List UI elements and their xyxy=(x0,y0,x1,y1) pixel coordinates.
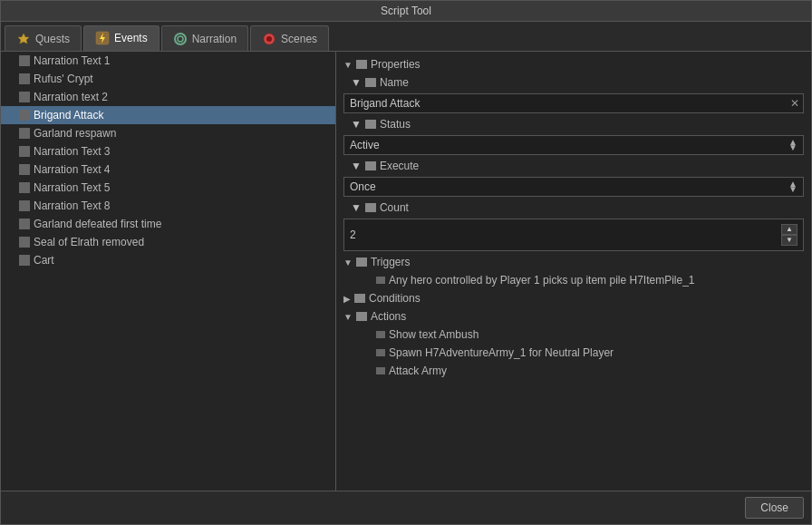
list-item[interactable]: Narration Text 3 xyxy=(1,142,335,160)
collapse-arrow: ▼ xyxy=(343,258,353,267)
list-item-selected[interactable]: Brigand Attack xyxy=(1,106,335,124)
item-icon xyxy=(19,164,30,175)
tab-narration[interactable]: Narration xyxy=(161,25,248,51)
action-item-label: Attack Army xyxy=(389,365,447,377)
list-item-label: Cart xyxy=(34,254,54,267)
item-icon xyxy=(19,255,30,266)
main-window: Script Tool Quests Events xyxy=(0,0,812,525)
list-item-label: Garland defeated first time xyxy=(34,218,161,230)
tab-quests-label: Quests xyxy=(35,33,70,45)
close-button[interactable]: Close xyxy=(745,497,804,519)
collapse-arrow: ▼ xyxy=(343,60,353,70)
list-item-label: Rufus' Crypt xyxy=(34,73,93,85)
svg-marker-0 xyxy=(18,34,29,44)
name-section-header[interactable]: ▼ Name xyxy=(336,73,811,92)
status-section-header[interactable]: ▼ Status xyxy=(336,115,811,133)
collapse-arrow: ▼ xyxy=(351,118,362,131)
section-icon xyxy=(365,120,376,129)
action-item-2[interactable]: Spawn H7AdventureArmy_1 for Neutral Play… xyxy=(336,344,811,362)
triggers-label: Triggers xyxy=(371,256,411,268)
trigger-icon xyxy=(376,277,385,284)
list-item-label: Narration Text 4 xyxy=(34,163,111,176)
properties-section-header[interactable]: ▼ Properties xyxy=(336,55,811,73)
section-icon xyxy=(356,312,367,321)
list-item[interactable]: Narration Text 5 xyxy=(1,179,335,197)
select-arrow-icon: ▲▼ xyxy=(788,140,798,151)
item-icon xyxy=(19,237,30,248)
section-icon xyxy=(354,294,365,303)
execute-section-header[interactable]: ▼ Execute xyxy=(336,157,811,175)
main-content: Narration Text 1 Rufus' Crypt Narration … xyxy=(1,52,811,491)
execute-select[interactable]: Once ▲▼ xyxy=(343,177,804,197)
execute-label: Execute xyxy=(380,160,419,172)
list-item[interactable]: Rufus' Crypt xyxy=(1,70,335,88)
execute-value: Once xyxy=(350,180,376,193)
actions-section-header[interactable]: ▼ Actions xyxy=(336,307,811,326)
item-icon xyxy=(19,92,30,102)
action-icon xyxy=(376,331,385,338)
list-item[interactable]: Narration text 2 xyxy=(1,88,335,106)
conditions-section-header[interactable]: ▶ Conditions xyxy=(336,289,811,307)
section-icon xyxy=(365,78,376,87)
item-icon xyxy=(19,200,30,211)
tab-scenes-label: Scenes xyxy=(281,33,317,45)
properties-label: Properties xyxy=(371,58,420,71)
item-icon xyxy=(19,73,30,84)
collapse-arrow: ▼ xyxy=(343,312,353,322)
scroll-icon xyxy=(173,32,188,46)
lightning-icon xyxy=(95,31,110,45)
tab-narration-label: Narration xyxy=(192,33,237,45)
tab-bar: Quests Events Narration xyxy=(1,22,811,52)
tab-events[interactable]: Events xyxy=(83,25,160,51)
list-item[interactable]: Narration Text 4 xyxy=(1,160,335,179)
window-title: Script Tool xyxy=(381,5,431,17)
list-item-label: Garland respawn xyxy=(34,127,116,140)
count-label: Count xyxy=(380,201,409,214)
name-input-container: ✕ xyxy=(343,93,804,113)
status-value: Active xyxy=(350,139,380,151)
bottom-bar: Close xyxy=(1,491,811,524)
trigger-item-label: Any hero controlled by Player 1 picks up… xyxy=(389,274,695,287)
item-icon xyxy=(19,219,30,229)
action-item-3[interactable]: Attack Army xyxy=(336,362,811,380)
svg-point-6 xyxy=(266,36,272,42)
name-input[interactable] xyxy=(343,93,804,113)
triggers-section-header[interactable]: ▼ Triggers xyxy=(336,253,811,271)
list-item[interactable]: Garland respawn xyxy=(1,124,335,142)
list-item-label: Narration Text 3 xyxy=(34,145,111,158)
item-icon xyxy=(19,55,30,66)
film-icon xyxy=(262,32,276,46)
list-item[interactable]: Narration Text 8 xyxy=(1,197,335,215)
list-item-label: Narration Text 8 xyxy=(34,199,111,212)
tab-quests[interactable]: Quests xyxy=(5,25,82,51)
tab-scenes[interactable]: Scenes xyxy=(250,25,329,51)
section-icon xyxy=(356,258,367,267)
collapse-arrow: ▶ xyxy=(343,294,351,304)
conditions-label: Conditions xyxy=(369,292,420,305)
status-label: Status xyxy=(380,118,411,131)
count-up-button[interactable]: ▲ xyxy=(781,224,798,235)
list-item[interactable]: Garland defeated first time xyxy=(1,215,335,233)
name-clear-button[interactable]: ✕ xyxy=(788,97,802,110)
count-input-container: 2 ▲ ▼ xyxy=(343,219,804,251)
svg-point-4 xyxy=(178,36,183,42)
actions-label: Actions xyxy=(371,310,406,323)
count-section-header[interactable]: ▼ Count xyxy=(336,199,811,217)
action-item-1[interactable]: Show text Ambush xyxy=(336,326,811,344)
action-icon xyxy=(376,367,385,374)
svg-point-3 xyxy=(175,34,186,44)
count-down-button[interactable]: ▼ xyxy=(781,235,798,246)
count-spinners: ▲ ▼ xyxy=(781,224,798,246)
list-item-label: Narration Text 1 xyxy=(34,54,111,67)
trigger-item[interactable]: Any hero controlled by Player 1 picks up… xyxy=(336,271,811,289)
list-item-label: Narration Text 5 xyxy=(34,181,111,194)
list-item[interactable]: Narration Text 1 xyxy=(1,52,335,70)
collapse-arrow: ▼ xyxy=(351,201,362,214)
list-item[interactable]: Cart xyxy=(1,251,335,269)
list-item[interactable]: Seal of Elrath removed xyxy=(1,233,335,251)
section-icon xyxy=(365,203,376,212)
count-value: 2 xyxy=(350,228,356,241)
status-select[interactable]: Active ▲▼ xyxy=(343,135,804,155)
trophy-icon xyxy=(16,32,31,46)
item-icon xyxy=(19,110,30,121)
